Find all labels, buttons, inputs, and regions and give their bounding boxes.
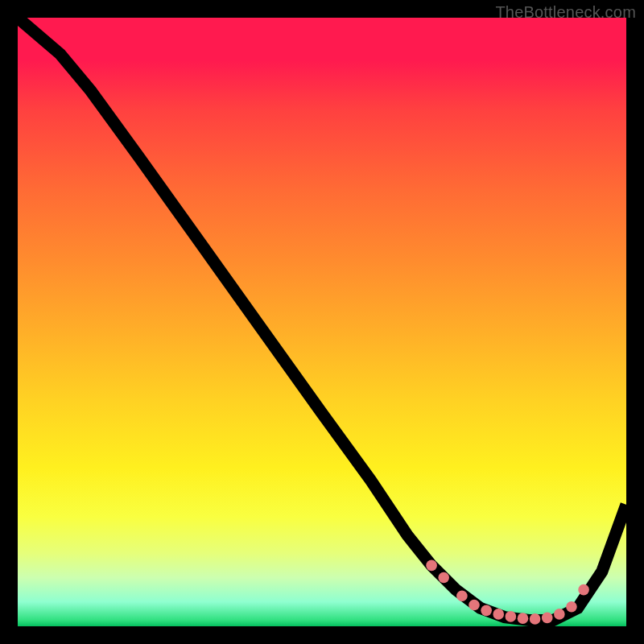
bottleneck-curve <box>18 18 626 620</box>
highlight-dot <box>426 560 437 572</box>
highlight-dot <box>469 600 480 611</box>
highlight-dot <box>518 613 529 624</box>
highlight-dot <box>481 605 492 617</box>
highlight-dot <box>493 609 504 620</box>
highlight-dot <box>566 601 577 613</box>
highlight-dot <box>530 613 541 625</box>
plot-area <box>18 18 626 626</box>
highlight-dot <box>578 584 589 596</box>
highlight-dot <box>456 590 468 601</box>
highlight-dot <box>438 572 449 584</box>
highlight-dot <box>554 609 565 620</box>
highlight-dot <box>542 613 553 624</box>
chart-stage: TheBottleneck.com <box>0 0 644 644</box>
curve-svg <box>18 18 626 626</box>
highlight-dot <box>506 611 517 622</box>
